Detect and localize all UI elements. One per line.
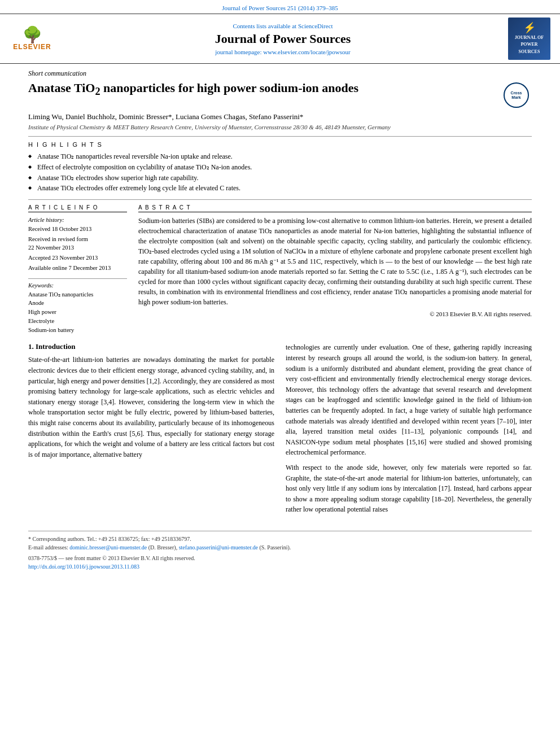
footer: * Corresponding authors. Tel.: +49 251 8… [28, 531, 532, 571]
email-line: E-mail addresses: dominic.bresser@uni-mu… [28, 543, 532, 552]
highlight-item: Anatase TiO₂ electrodes offer extremely … [28, 183, 532, 194]
keywords-list: Anatase TiO₂ nanoparticles Anode High po… [28, 290, 127, 335]
email1: dominic.bresser@uni-muenster.de [69, 544, 147, 551]
badge-title-line1: JOURNAL OF [515, 35, 544, 41]
intro-heading: 1. Introduction [28, 342, 274, 351]
available-date: Available online 7 December 2013 [28, 264, 127, 273]
highlight-text-3: Anatase TiO₂ electrodes show superior hi… [37, 174, 199, 182]
keyword-1: Anatase TiO₂ nanoparticles [28, 290, 127, 299]
highlights-label: H I G H L I G H T S [28, 141, 532, 148]
abstract-col: A B S T R A C T Sodium-ion batteries (SI… [138, 204, 532, 334]
journal-header: 🌳 ELSEVIER Contents lists available at S… [0, 14, 560, 64]
doi-link[interactable]: http://dx.doi.org/10.1016/j.jpowsour.201… [28, 563, 139, 570]
keyword-2: Anode [28, 299, 127, 308]
intro-para2: technologies are currently under evaluat… [286, 342, 532, 458]
authors: Liming Wu, Daniel Buchholz, Dominic Bres… [28, 112, 532, 121]
crossmark-label: CrossMark [511, 91, 522, 99]
crossmark-container: CrossMark [504, 82, 532, 108]
divider-keywords [28, 278, 127, 279]
elsevier-logo: 🌳 ELSEVIER [7, 27, 58, 51]
body-col-right: technologies are currently under evaluat… [286, 342, 532, 519]
highlight-item: Anatase TiO₂ nanoparticles reveal revers… [28, 151, 532, 162]
article-info-col: A R T I C L E I N F O Article history: R… [28, 204, 127, 334]
keyword-4: Electrolyte [28, 317, 127, 326]
article-info-label: A R T I C L E I N F O [28, 204, 127, 212]
highlights-list: Anatase TiO₂ nanoparticles reveal revers… [28, 151, 532, 194]
title-subscript: 2 [95, 86, 100, 97]
received-date: Received 18 October 2013 [28, 225, 127, 234]
body-section: 1. Introduction State-of-the-art lithium… [28, 342, 532, 519]
intro-para3: With respect to the anode side, however,… [286, 462, 532, 515]
main-content: Short communication Anatase TiO2 nanopar… [0, 64, 560, 576]
abstract-text: Sodium-ion batteries (SIBs) are consider… [138, 216, 532, 307]
doi-line: http://dx.doi.org/10.1016/j.jpowsour.201… [28, 562, 532, 571]
badge-icon: ⚡ [523, 21, 536, 34]
journal-title: Journal of Power Sources [63, 32, 502, 46]
accepted-date: Accepted 23 November 2013 [28, 254, 127, 263]
highlight-text-4: Anatase TiO₂ electrodes offer extremely … [37, 184, 240, 192]
elsevier-logo-container: 🌳 ELSEVIER [7, 27, 58, 51]
email2-name: (S. Passerini). [259, 544, 291, 551]
intro-para1: State-of-the-art lithium-ion batteries a… [28, 355, 274, 460]
corresponding-note: * Corresponding authors. Tel.: +49 251 8… [28, 535, 532, 543]
article-title: Anatase TiO2 nanoparticles for high powe… [28, 80, 498, 99]
history-label: Article history: [28, 216, 127, 225]
keyword-3: High power [28, 308, 127, 317]
crossmark-badge: CrossMark [504, 82, 529, 108]
revised-label: Received in revised form [28, 235, 127, 244]
elsevier-wordmark: ELSEVIER [13, 43, 51, 51]
article-type: Short communication [28, 69, 532, 78]
divider-2 [28, 199, 532, 200]
email1-name: (D. Bresser), [148, 544, 177, 551]
article-info-abstract: A R T I C L E I N F O Article history: R… [28, 204, 532, 334]
highlight-text-1: Anatase TiO₂ nanoparticles reveal revers… [37, 152, 233, 160]
keyword-5: Sodium-ion battery [28, 326, 127, 335]
email-label: E-mail addresses: [28, 544, 68, 551]
badge-title-line3: SOURCES [519, 49, 540, 55]
highlight-item: Anatase TiO₂ electrodes show superior hi… [28, 173, 532, 184]
article-title-row: Anatase TiO2 nanoparticles for high powe… [28, 80, 532, 108]
journal-ref-text: Journal of Power Sources 251 (2014) 379–… [222, 5, 338, 11]
keywords-title: Keywords: [28, 282, 127, 289]
sciencedirect-text: Contents lists available at ScienceDirec… [63, 23, 502, 29]
title-part2: nanoparticles for high power sodium-ion … [100, 81, 359, 95]
body-col-left: 1. Introduction State-of-the-art lithium… [28, 342, 274, 519]
journal-homepage: journal homepage: www.elsevier.com/locat… [63, 49, 502, 55]
elsevier-tree-icon: 🌳 [23, 27, 42, 43]
article-history: Article history: Received 18 October 201… [28, 216, 127, 273]
divider-1 [28, 136, 532, 137]
journal-badge: ⚡ JOURNAL OF POWER SOURCES [508, 18, 550, 60]
page-wrapper: Journal of Power Sources 251 (2014) 379–… [0, 0, 560, 576]
issn-line: 0378-7753/$ — see front matter © 2013 El… [28, 554, 532, 562]
abstract-label: A B S T R A C T [138, 204, 532, 212]
highlight-item: Effect of electrolyte composition on cyc… [28, 162, 532, 173]
header-center: Contents lists available at ScienceDirec… [63, 23, 502, 55]
email2: stefano.passerini@uni-muenster.de [179, 544, 258, 551]
keywords-section: Keywords: Anatase TiO₂ nanoparticles Ano… [28, 282, 127, 335]
revised-date: 22 November 2013 [28, 243, 127, 252]
title-part1: Anatase TiO [28, 81, 95, 95]
affiliation: Institute of Physical Chemistry & MEET B… [28, 124, 532, 130]
highlight-text-2: Effect of electrolyte composition on cyc… [37, 163, 252, 171]
badge-title-line2: POWER [520, 42, 537, 47]
copyright: © 2013 Elsevier B.V. All rights reserved… [138, 311, 532, 317]
top-ref: Journal of Power Sources 251 (2014) 379–… [0, 0, 560, 14]
journal-badge-container: ⚡ JOURNAL OF POWER SOURCES [508, 18, 553, 60]
